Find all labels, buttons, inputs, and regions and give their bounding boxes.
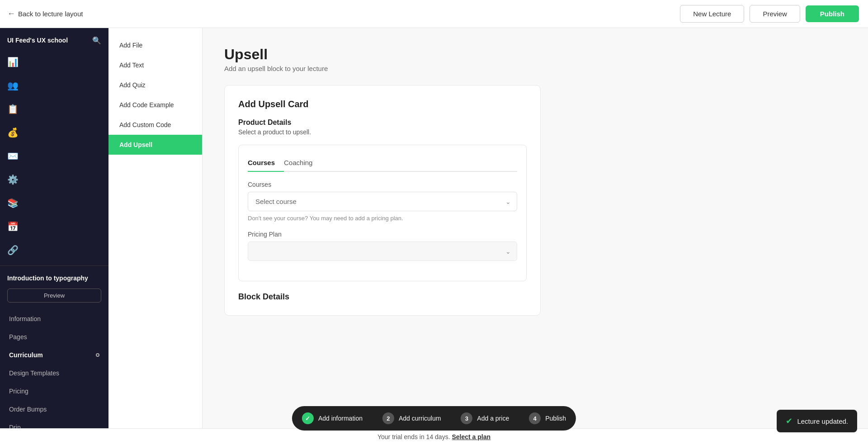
sidebar-icon-users[interactable]: 👥 — [0, 74, 108, 97]
search-icon[interactable]: 🔍 — [92, 36, 101, 45]
lecture-menu-add-custom-code[interactable]: Add Custom Code — [108, 115, 202, 135]
sidebar-icon-revenue[interactable]: 💰 — [0, 121, 108, 144]
sidebar-brand: UI Feed's UX school 🔍 — [0, 28, 108, 48]
back-link[interactable]: ← Back to lecture layout — [7, 9, 83, 19]
lecture-menu-add-text[interactable]: Add Text — [108, 55, 202, 75]
sidebar-icon-calendar[interactable]: 📅 — [0, 215, 108, 238]
courses-select[interactable]: Select course — [248, 192, 517, 211]
step1-label: Add information — [318, 415, 363, 422]
courses-label: Courses — [248, 181, 517, 188]
back-link-label: Back to lecture layout — [18, 10, 83, 18]
step4-circle: 4 — [529, 412, 541, 424]
sidebar-preview-button[interactable]: Preview — [7, 289, 101, 303]
sidebar-course-title: Introduction to typography — [0, 270, 108, 284]
main-layout: UI Feed's UX school 🔍 📊 👥 📋 💰 ✉️ ⚙️ 📚 📅 … — [0, 28, 868, 445]
topbar: ← Back to lecture layout New Lecture Pre… — [0, 0, 868, 28]
toast-message: Lecture updated. — [797, 417, 848, 425]
step4-label: Publish — [545, 415, 566, 422]
courses-form-group: Courses Select course ⌄ Don't see your c… — [248, 181, 517, 222]
curriculum-dot-icon — [96, 353, 99, 357]
sidebar-nav: Information Pages Curriculum Design Temp… — [0, 310, 108, 445]
back-arrow-icon: ← — [7, 9, 15, 19]
new-lecture-button[interactable]: New Lecture — [680, 5, 744, 23]
courses-select-wrapper: Select course ⌄ — [248, 192, 517, 211]
sidebar-icon-library[interactable]: 📚 — [0, 191, 108, 215]
publish-button[interactable]: Publish — [806, 5, 859, 22]
block-details-title: Block Details — [238, 292, 527, 302]
courses-hint: Don't see your course? You may need to a… — [248, 215, 517, 222]
toast-notification: ✔ Lecture updated. — [777, 410, 857, 432]
lecture-menu-add-code-example[interactable]: Add Code Example — [108, 95, 202, 115]
step2-label: Add curriculum — [399, 415, 441, 422]
trial-text: Your trial ends in 14 days. — [377, 433, 450, 440]
lecture-menu-add-file[interactable]: Add File — [108, 35, 202, 55]
sidebar-item-pricing[interactable]: Pricing — [0, 382, 108, 400]
step3-label: Add a price — [477, 415, 509, 422]
progress-step-2[interactable]: 2 Add curriculum — [373, 406, 451, 431]
product-details-label: Product Details — [238, 118, 527, 127]
topbar-actions: New Lecture Preview Publish — [680, 5, 859, 23]
pricing-plan-select[interactable] — [248, 241, 517, 261]
sidebar-item-design-templates[interactable]: Design Templates — [0, 364, 108, 382]
content-area: Upsell Add an upsell block to your lectu… — [203, 28, 868, 445]
progress-step-4[interactable]: 4 Publish — [519, 406, 576, 431]
preview-button[interactable]: Preview — [750, 5, 800, 23]
sidebar-icon-messages[interactable]: ✉️ — [0, 144, 108, 168]
lecture-menu-add-quiz[interactable]: Add Quiz — [108, 75, 202, 95]
pricing-plan-select-wrapper: ⌄ — [248, 241, 517, 261]
upsell-card: Add Upsell Card Product Details Select a… — [224, 85, 541, 316]
progress-step-3[interactable]: 3 Add a price — [451, 406, 519, 431]
product-details-desc: Select a product to upsell. — [238, 128, 527, 136]
sidebar-icon-dashboard[interactable]: 📋 — [0, 97, 108, 121]
product-tabs: Courses Coaching — [248, 154, 517, 172]
step2-circle: 2 — [382, 412, 394, 424]
page-title: Upsell — [224, 46, 846, 63]
sidebar-icon-settings[interactable]: ⚙️ — [0, 168, 108, 191]
sidebar-icon-list: 📊 👥 📋 💰 ✉️ ⚙️ 📚 📅 🔗 — [0, 48, 108, 264]
sidebar-icon-analytics[interactable]: 📊 — [0, 50, 108, 74]
trial-banner: Your trial ends in 14 days. Select a pla… — [0, 428, 868, 445]
step1-circle: ✓ — [302, 412, 314, 424]
card-title: Add Upsell Card — [238, 99, 527, 109]
pricing-plan-label: Pricing Plan — [248, 231, 517, 238]
select-plan-link[interactable]: Select a plan — [452, 433, 491, 440]
tab-courses[interactable]: Courses — [248, 154, 284, 172]
sidebar-item-information[interactable]: Information — [0, 310, 108, 328]
progress-step-1[interactable]: ✓ Add information — [292, 406, 373, 431]
brand-name: UI Feed's UX school — [7, 36, 68, 44]
progress-bar: ✓ Add information 2 Add curriculum 3 Add… — [292, 406, 576, 431]
toast-check-icon: ✔ — [786, 416, 793, 426]
sidebar: UI Feed's UX school 🔍 📊 👥 📋 💰 ✉️ ⚙️ 📚 📅 … — [0, 28, 108, 445]
lecture-menu-add-upsell[interactable]: Add Upsell — [108, 135, 202, 155]
tab-coaching[interactable]: Coaching — [284, 154, 321, 172]
sidebar-item-pages[interactable]: Pages — [0, 328, 108, 346]
sidebar-icon-integrations[interactable]: 🔗 — [0, 238, 108, 262]
page-subtitle: Add an upsell block to your lecture — [224, 65, 846, 72]
sidebar-item-order-bumps[interactable]: Order Bumps — [0, 400, 108, 418]
pricing-plan-form-group: Pricing Plan ⌄ — [248, 231, 517, 261]
lecture-panel: Add File Add Text Add Quiz Add Code Exam… — [108, 28, 203, 445]
step3-circle: 3 — [461, 412, 472, 424]
sidebar-item-curriculum[interactable]: Curriculum — [0, 346, 108, 364]
topbar-left: ← Back to lecture layout — [0, 9, 83, 19]
